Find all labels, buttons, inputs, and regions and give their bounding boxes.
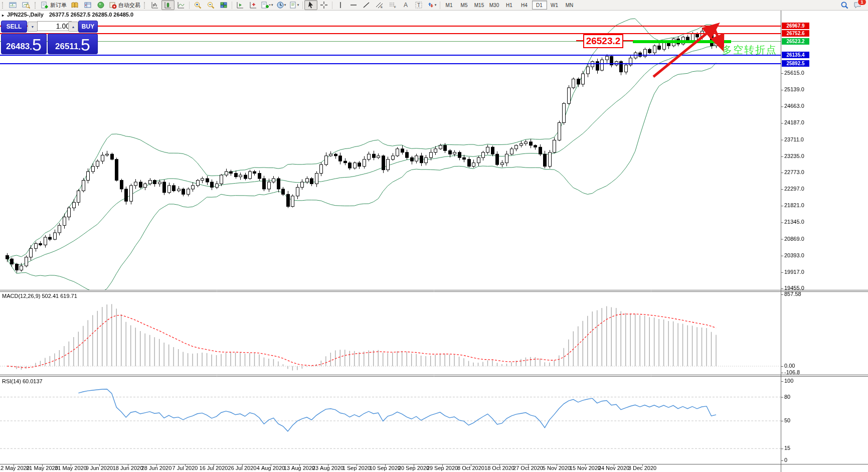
main-toolbar: 新订单 自动交易 ▾ ▾ ▾ E F A T ▾ M [0,0,868,11]
line-chart-icon [177,1,185,9]
text-label-button[interactable]: T [412,0,425,10]
data-window-icon [84,1,92,9]
profiles-button[interactable] [20,0,33,10]
tf-d1-button[interactable]: D1 [532,1,547,10]
auto-scroll-button[interactable] [234,0,247,10]
search-button[interactable] [838,0,851,10]
tf-m30-button[interactable]: M30 [487,1,502,10]
text-button[interactable]: A [399,0,412,10]
fibonacci-button[interactable]: F [386,0,399,10]
mt4-window: 新订单 自动交易 ▾ ▾ ▾ E F A T ▾ M [0,0,868,472]
up-arrow[interactable] [653,27,715,77]
vertical-line-button[interactable] [334,0,347,10]
dropdown-caret: ▾ [284,3,286,7]
ask-integer: 26511 [55,42,78,52]
tf-h1-button[interactable]: H1 [502,1,517,10]
market-watch-button[interactable] [68,0,81,10]
chart-shift-button[interactable] [247,0,260,10]
toolbar-separator [189,2,190,9]
arrows-button[interactable]: ▾ [425,0,438,10]
tf-m15-button[interactable]: M15 [472,1,487,10]
ask-price-panel[interactable]: 26511 . 5 [48,34,98,54]
tf-w1-button[interactable]: W1 [547,1,562,10]
zoom-out-button[interactable] [204,0,217,10]
line-chart-button[interactable] [175,0,188,10]
dropdown-caret: ▾ [271,3,273,7]
chart-canvas[interactable] [0,0,868,472]
bid-price-panel[interactable]: 26483 . 5 [1,34,47,54]
crosshair-button[interactable] [317,0,330,10]
tf-m1-button[interactable]: M1 [442,1,457,10]
notification-badge: 1 [857,0,866,6]
volume-increase-button[interactable]: ▲ [68,22,78,32]
templates-icon [289,1,297,9]
volume-input[interactable] [37,21,72,31]
autotrading-label: 自动交易 [118,2,140,9]
svg-text:T: T [417,3,420,8]
periods-button[interactable]: ▾ [275,0,288,10]
level-box-leader-left [576,40,583,41]
toolbar-grip [144,2,147,9]
equidistant-channel-icon: E [376,1,384,9]
down-arrow[interactable] [715,29,722,46]
tf-m5-button[interactable]: M5 [457,1,472,10]
autotrading-icon [109,1,117,9]
periods-clock-icon [276,1,284,9]
navigator-icon [97,1,105,9]
toolbar-grip [35,2,38,9]
templates-button[interactable]: ▾ [288,0,301,10]
equidistant-channel-button[interactable]: E [373,0,386,10]
trendline-button[interactable] [360,0,373,10]
bar-chart-icon [151,1,159,9]
chart-shift-icon [249,1,257,9]
toolbar-separator [440,2,440,9]
price-axis-badge: 26967.9 [782,23,809,29]
new-chart-button[interactable] [7,0,20,10]
notifications-button[interactable]: 1 [851,0,864,10]
profiles-icon [22,1,30,9]
svg-text:A: A [404,2,408,9]
toolbar-separator [332,2,332,9]
auto-scroll-icon [236,1,244,9]
new-order-icon [41,1,49,9]
chart-context-icon: ▸ [2,13,4,18]
new-order-button[interactable]: 新订单 [39,0,68,10]
zoom-in-button[interactable] [191,0,204,10]
data-window-button[interactable] [81,0,94,10]
cursor-button[interactable] [304,0,317,10]
toolbar-separator [232,2,232,9]
sell-button[interactable]: SELL [1,21,27,33]
dropdown-caret: ▾ [435,3,437,7]
price-axis-badge: 26523.2 [782,38,809,45]
volume-decrease-button[interactable]: ▼ [28,22,38,32]
turning-point-text[interactable]: 多空转折点 [722,43,777,57]
candlestick-chart-icon [164,1,172,9]
tile-windows-icon [220,1,228,9]
cursor-icon [307,1,315,9]
zoom-in-icon [194,1,202,9]
bar-chart-button[interactable] [148,0,161,10]
price-level-box[interactable]: 26523.2 [583,34,623,48]
fibonacci-icon: F [389,1,397,9]
buy-button[interactable]: BUY [78,21,98,33]
symbol-period-label: JPN225-,Daily [7,12,44,18]
search-icon [840,1,849,10]
navigator-button[interactable] [94,0,107,10]
tf-h4-button[interactable]: H4 [517,1,532,10]
horizontal-line-icon [350,1,358,9]
bid-decimal: 5 [32,36,42,53]
horizontal-line-button[interactable] [347,0,360,10]
trend-arrows[interactable] [647,20,732,85]
autotrading-button[interactable]: 自动交易 [107,0,142,10]
indicators-button[interactable]: ▾ [260,0,275,10]
tf-mn-button[interactable]: MN [562,1,577,10]
tile-windows-button[interactable] [217,0,230,10]
indicators-add-icon [261,1,271,9]
candlestick-chart-button[interactable] [161,0,175,10]
svg-text:E: E [381,6,383,9]
dropdown-caret: ▾ [297,3,299,7]
ask-decimal: 5 [81,36,90,53]
price-axis-badge: 26752.6 [782,30,809,37]
new-order-label: 新订单 [50,2,67,9]
trendline-icon [363,1,371,9]
